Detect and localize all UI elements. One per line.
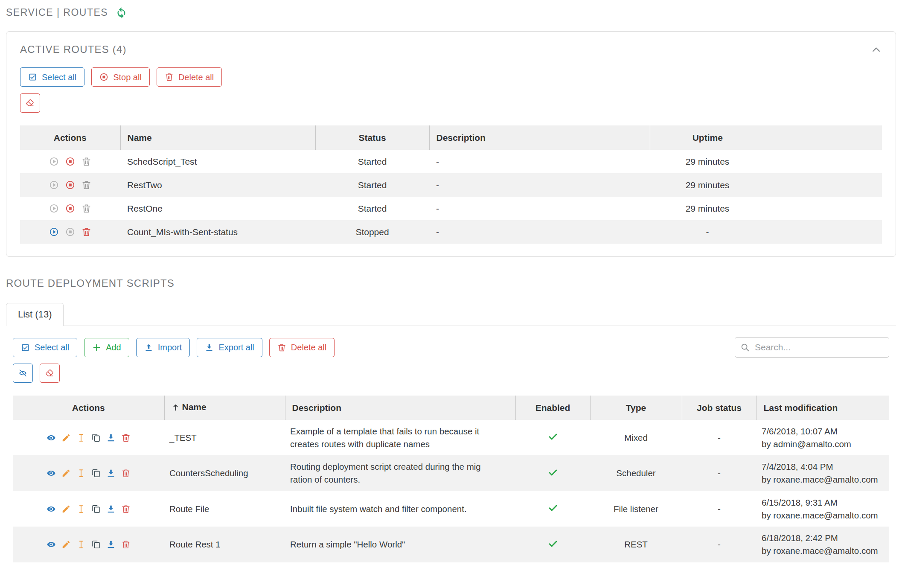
- route-status: Started: [315, 197, 429, 220]
- stop-route-button[interactable]: [65, 157, 75, 166]
- trash-icon: [277, 343, 286, 352]
- text-cursor-icon: [76, 433, 86, 442]
- route-uptime: -: [650, 220, 765, 244]
- checkbox-icon: [21, 343, 30, 352]
- view-script-button[interactable]: [47, 504, 56, 514]
- duplicate-script-button[interactable]: [91, 540, 101, 549]
- rename-script-button[interactable]: [76, 433, 86, 442]
- rename-script-button[interactable]: [76, 469, 86, 478]
- chevron-up-icon: [870, 44, 882, 55]
- modified-by: by roxane.mace@amalto.com: [762, 544, 884, 557]
- toggle-visibility-button[interactable]: [13, 364, 33, 383]
- view-script-button[interactable]: [47, 433, 56, 442]
- script-type: Scheduler: [590, 455, 682, 491]
- header-name-sortable[interactable]: Name: [164, 396, 285, 420]
- export-script-button[interactable]: [106, 504, 116, 514]
- text-cursor-icon: [76, 469, 86, 478]
- edit-script-button[interactable]: [61, 469, 71, 478]
- eye-icon: [47, 504, 56, 514]
- import-button[interactable]: Import: [136, 338, 190, 357]
- delete-all-routes-button[interactable]: Delete all: [157, 67, 222, 87]
- stop-all-routes-button[interactable]: Stop all: [91, 67, 150, 87]
- eye-slash-icon: [18, 369, 27, 378]
- eraser-icon: [45, 369, 54, 378]
- scripts-header-row: Actions Name Description Enabled Type Jo…: [13, 396, 889, 420]
- start-route-button[interactable]: [49, 204, 59, 213]
- delete-route-button[interactable]: [81, 227, 91, 237]
- delete-all-label: Delete all: [291, 343, 326, 352]
- stop-route-button[interactable]: [65, 204, 75, 213]
- route-status: Stopped: [315, 220, 429, 244]
- script-last-modification: 7/6/2018, 10:07 AM by admin@amalto.com: [757, 420, 889, 455]
- clear-selection-button[interactable]: [40, 364, 60, 383]
- modified-date: 7/4/2018, 4:04 PM: [762, 460, 884, 473]
- delete-script-button[interactable]: [121, 504, 131, 514]
- active-routes-toolbar-2: [20, 93, 882, 113]
- rename-script-button[interactable]: [76, 504, 86, 514]
- duplicate-script-button[interactable]: [91, 469, 101, 478]
- refresh-button[interactable]: [116, 7, 127, 18]
- route-description: -: [429, 220, 650, 244]
- header-last-modification[interactable]: Last modification: [757, 396, 889, 420]
- header-job-status[interactable]: Job status: [682, 396, 757, 420]
- script-type: Mixed: [590, 420, 682, 455]
- modified-by: by admin@amalto.com: [762, 438, 884, 451]
- clear-selection-button[interactable]: [20, 93, 40, 113]
- import-label: Import: [158, 343, 182, 352]
- export-script-button[interactable]: [106, 469, 116, 478]
- header-enabled[interactable]: Enabled: [515, 396, 590, 420]
- delete-route-button[interactable]: [81, 157, 91, 166]
- select-all-scripts-button[interactable]: Select all: [13, 338, 77, 357]
- export-script-button[interactable]: [106, 540, 116, 549]
- trash-icon: [121, 469, 131, 478]
- copy-icon: [91, 433, 101, 442]
- stop-route-button[interactable]: [65, 180, 75, 190]
- header-actions: Actions: [20, 125, 120, 150]
- duplicate-script-button[interactable]: [91, 504, 101, 514]
- script-name: CountersScheduling: [164, 455, 285, 491]
- play-circle-icon: [49, 204, 59, 213]
- stop-circle-icon: [65, 180, 75, 190]
- start-route-button[interactable]: [49, 180, 59, 190]
- delete-route-button[interactable]: [81, 180, 91, 190]
- page: SERVICE | ROUTES ACTIVE ROUTES (4) Selec…: [0, 0, 902, 571]
- route-uptime: 29 minutes: [650, 173, 765, 197]
- stop-route-button[interactable]: [65, 227, 75, 237]
- rename-script-button[interactable]: [76, 540, 86, 549]
- add-script-button[interactable]: Add: [84, 338, 129, 357]
- start-route-button[interactable]: [49, 157, 59, 166]
- export-script-button[interactable]: [106, 433, 116, 442]
- text-cursor-icon: [76, 540, 86, 549]
- header-uptime: Uptime: [650, 125, 765, 150]
- duplicate-script-button[interactable]: [91, 433, 101, 442]
- header-description[interactable]: Description: [285, 396, 515, 420]
- view-script-button[interactable]: [47, 540, 56, 549]
- delete-script-button[interactable]: [121, 433, 131, 442]
- script-type: File listener: [590, 491, 682, 527]
- pencil-icon: [61, 433, 71, 442]
- view-script-button[interactable]: [47, 469, 56, 478]
- download-icon: [106, 540, 116, 549]
- search-input[interactable]: [735, 337, 889, 358]
- pencil-icon: [61, 504, 71, 514]
- export-all-button[interactable]: Export all: [197, 338, 262, 357]
- edit-script-button[interactable]: [61, 433, 71, 442]
- script-row: CountersScheduling Routing deployment sc…: [13, 455, 889, 491]
- select-all-routes-button[interactable]: Select all: [20, 67, 84, 87]
- delete-route-button[interactable]: [81, 204, 91, 213]
- tab-list[interactable]: List (13): [6, 303, 64, 326]
- script-name: Route File: [164, 491, 285, 527]
- script-description: Example of a template that fails to run …: [285, 420, 515, 455]
- script-type: REST: [590, 527, 682, 562]
- delete-all-scripts-button[interactable]: Delete all: [269, 338, 335, 357]
- header-type[interactable]: Type: [590, 396, 682, 420]
- delete-script-button[interactable]: [121, 469, 131, 478]
- route-name: RestTwo: [120, 173, 315, 197]
- edit-script-button[interactable]: [61, 504, 71, 514]
- delete-script-button[interactable]: [121, 540, 131, 549]
- collapse-panel-button[interactable]: [870, 44, 882, 55]
- tab-bar: List (13): [6, 303, 896, 326]
- edit-script-button[interactable]: [61, 540, 71, 549]
- play-circle-icon: [49, 157, 59, 166]
- start-route-button[interactable]: [49, 227, 59, 237]
